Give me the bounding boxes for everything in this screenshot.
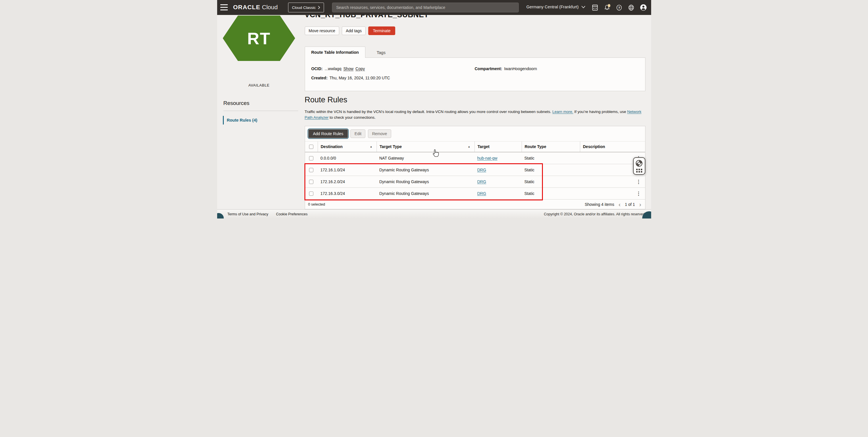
ocid-label: OCID: <box>311 66 323 71</box>
target-type-cell: Dynamic Routing Gateways <box>377 188 474 199</box>
tab-tags[interactable]: Tags <box>374 49 389 56</box>
destination-cell: 172.16.2.0/24 <box>318 176 377 187</box>
region-label: Germany Central (Frankfurt) <box>526 5 579 9</box>
route-rules-heading: Route Rules <box>305 95 347 105</box>
column-header-description[interactable]: Description <box>580 141 645 152</box>
sort-ascending-icon[interactable]: ▲ <box>370 145 374 148</box>
notifications-bell-icon[interactable] <box>604 4 611 11</box>
page-title: VCN_RT_HUB_PRIVATE_SUBNET <box>305 15 512 19</box>
cloud-classic-label: Cloud Classic <box>292 5 316 10</box>
profile-avatar-icon[interactable] <box>640 4 647 11</box>
learn-more-link[interactable]: Learn more. <box>552 110 573 114</box>
oracle-cloud-console: ORACLE Cloud Cloud Classic Germany Centr… <box>217 0 651 218</box>
oracle-cloud-logo[interactable]: ORACLE Cloud <box>233 4 278 11</box>
page-indicator: 1 of 1 <box>625 202 635 207</box>
row-actions-kebab-icon[interactable]: ⋮ <box>633 188 644 199</box>
brand-cloud: Cloud <box>262 4 278 10</box>
route-type-cell: Static <box>522 152 580 164</box>
select-all-checkbox[interactable] <box>309 145 313 149</box>
svg-text:?: ? <box>618 6 620 9</box>
add-route-rules-button[interactable]: Add Route Rules <box>308 129 348 138</box>
search-input[interactable] <box>332 3 519 12</box>
resource-type-hexagon-badge: RT <box>223 16 295 61</box>
region-selector[interactable]: Germany Central (Frankfurt) <box>526 5 585 9</box>
table-row: 0.0.0.0/0 NAT Gateway hub-nat-gw Static … <box>305 152 645 164</box>
help-icon[interactable]: ? <box>616 4 623 11</box>
sidebar-item-route-rules[interactable]: Route Rules (4) <box>227 118 257 122</box>
pagination-next-icon[interactable]: › <box>639 201 642 207</box>
target-type-cell: NAT Gateway <box>377 152 474 164</box>
row-checkbox[interactable] <box>309 156 313 161</box>
selected-count: 0 selected <box>308 202 325 206</box>
life-ring-icon <box>636 159 643 167</box>
compartment-label: Compartment: <box>475 66 502 71</box>
destination-cell: 172.16.3.0/24 <box>318 188 377 199</box>
target-type-cell: Dynamic Routing Gateways <box>377 164 474 176</box>
hamburger-menu-icon[interactable] <box>220 4 228 10</box>
resource-actions: Move resource Add tags Terminate <box>305 26 395 35</box>
route-rules-table-card: Add Route Rules Edit Remove Destination … <box>305 126 645 209</box>
move-resource-button[interactable]: Move resource <box>305 26 340 35</box>
destination-cell: 0.0.0.0/0 <box>318 152 377 164</box>
route-type-cell: Static <box>522 188 580 199</box>
created-value: Thu, May 16, 2024, 11:00:20 UTC <box>330 76 390 80</box>
brand-oracle: ORACLE <box>233 4 260 10</box>
route-type-cell: Static <box>522 176 580 187</box>
description-text-1: Traffic within the VCN is handled by the… <box>305 110 553 114</box>
target-link[interactable]: DRG <box>477 168 486 172</box>
copyright-text: Copyright © 2024, Oracle and/or its affi… <box>544 212 651 216</box>
chevron-right-icon <box>318 6 320 9</box>
row-checkbox[interactable] <box>309 180 313 184</box>
ocid-show-link[interactable]: Show <box>343 66 353 71</box>
footer-links: Terms of Use and Privacy Cookie Preferen… <box>217 212 308 216</box>
sidebar-selected-indicator <box>223 116 224 124</box>
support-float-widget[interactable] <box>633 157 645 175</box>
developer-console-icon[interactable] <box>592 4 598 11</box>
route-type-cell: Static <box>522 164 580 176</box>
row-actions-kebab-icon[interactable]: ⋮ <box>633 176 644 187</box>
page-footer: Terms of Use and Privacy Cookie Preferen… <box>217 209 651 218</box>
target-link[interactable]: hub-nat-gw <box>477 156 497 161</box>
page-title-clipped: VCN_RT_HUB_PRIVATE_SUBNET <box>305 15 512 19</box>
compartment-value: IwanHoogendoorn <box>504 66 537 71</box>
resources-heading: Resources <box>223 100 250 106</box>
resource-type-abbr: RT <box>247 29 271 48</box>
row-checkbox[interactable] <box>309 192 313 196</box>
remove-button[interactable]: Remove <box>368 129 391 138</box>
terminate-button[interactable]: Terminate <box>368 26 395 35</box>
grid-dots-icon <box>636 169 642 173</box>
route-table-information-panel: OCID: ...wwlagq Show Copy Compartment: I… <box>305 58 645 91</box>
chevron-down-icon <box>581 6 585 8</box>
column-header-destination[interactable]: Destination ▲ <box>318 141 377 152</box>
notification-badge <box>608 4 610 7</box>
column-header-target[interactable]: Target <box>474 141 522 152</box>
target-type-cell: Dynamic Routing Gateways <box>377 176 474 187</box>
table-row: 172.16.3.0/24 Dynamic Routing Gateways D… <box>305 188 645 200</box>
cloud-classic-button[interactable]: Cloud Classic <box>288 3 324 12</box>
add-tags-button[interactable]: Add tags <box>342 26 366 35</box>
showing-items-text: Showing 4 items <box>585 202 614 207</box>
terms-link[interactable]: Terms of Use and Privacy <box>227 212 268 216</box>
edit-button[interactable]: Edit <box>350 129 365 138</box>
table-footer-bar: 0 selected Showing 4 items ‹ 1 of 1 › <box>305 200 645 209</box>
compartment-row: Compartment: IwanHoogendoorn <box>475 66 537 71</box>
created-row: Created: Thu, May 16, 2024, 11:00:20 UTC <box>311 76 390 80</box>
pagination-previous-icon[interactable]: ‹ <box>618 201 621 207</box>
topbar-icon-group: ? <box>592 4 647 11</box>
created-label: Created: <box>311 76 328 80</box>
description-text-3: to check your connections. <box>329 115 376 120</box>
column-header-target-type[interactable]: Target Type ▲ <box>377 141 474 152</box>
target-link[interactable]: DRG <box>477 179 486 184</box>
target-link[interactable]: DRG <box>477 191 486 196</box>
tab-route-table-information[interactable]: Route Table Information <box>305 47 366 58</box>
language-globe-icon[interactable] <box>628 4 635 11</box>
sort-ascending-icon[interactable]: ▲ <box>468 145 472 148</box>
cookie-preferences-link[interactable]: Cookie Preferences <box>276 212 308 216</box>
row-checkbox[interactable] <box>309 168 313 172</box>
description-text-2: If you’re having problems, use <box>573 110 627 114</box>
resources-divider <box>223 111 298 111</box>
destination-cell: 172.16.1.0/24 <box>318 164 377 176</box>
route-rules-description: Traffic within the VCN is handled by the… <box>305 109 647 120</box>
column-header-route-type[interactable]: Route Type <box>522 141 580 152</box>
ocid-copy-link[interactable]: Copy <box>355 66 365 71</box>
